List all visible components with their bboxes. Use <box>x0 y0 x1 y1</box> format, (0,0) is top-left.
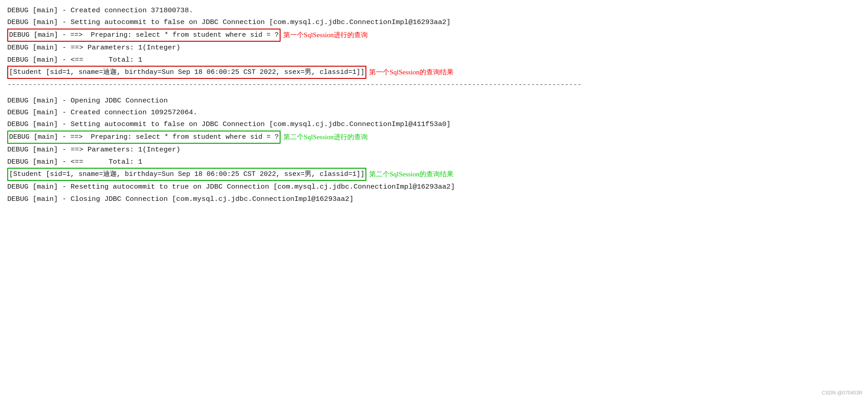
log-text-15: DEBUG [main] - Resetting autocommit to t… <box>7 181 455 193</box>
log-line-13: DEBUG [main] - <== Total: 1 <box>7 156 861 168</box>
log-line-5: [Student [sid=1, sname=迪迦, birthday=Sun … <box>7 66 861 79</box>
log-line-6: ----------------------------------------… <box>7 79 861 91</box>
boxed-red-text-2: DEBUG [main] - ==> Preparing: select * f… <box>7 29 281 42</box>
log-line-12: DEBUG [main] - ==> Parameters: 1(Integer… <box>7 144 861 156</box>
annotation-red-5: 第一个SqlSession的查询结果 <box>369 67 454 78</box>
log-line-7 <box>7 91 861 95</box>
log-line-4: DEBUG [main] - <== Total: 1 <box>7 54 861 66</box>
watermark: CSDN @070403R <box>822 390 863 395</box>
log-line-3: DEBUG [main] - ==> Parameters: 1(Integer… <box>7 42 861 54</box>
log-text-10: DEBUG [main] - Setting autocommit to fal… <box>7 118 451 130</box>
log-line-15: DEBUG [main] - Resetting autocommit to t… <box>7 181 861 193</box>
log-line-2: DEBUG [main] - ==> Preparing: select * f… <box>7 29 861 42</box>
boxed-green-text-14: [Student [sid=1, sname=迪迦, birthday=Sun … <box>7 168 366 181</box>
log-line-1: DEBUG [main] - Setting autocommit to fal… <box>7 16 861 28</box>
log-line-9: DEBUG [main] - Created connection 109257… <box>7 107 861 118</box>
log-line-14: [Student [sid=1, sname=迪迦, birthday=Sun … <box>7 168 861 181</box>
log-text-1: DEBUG [main] - Setting autocommit to fal… <box>7 16 451 28</box>
boxed-green-text-11: DEBUG [main] - ==> Preparing: select * f… <box>7 131 281 144</box>
log-line-10: DEBUG [main] - Setting autocommit to fal… <box>7 118 861 130</box>
boxed-red-text-5: [Student [sid=1, sname=迪迦, birthday=Sun … <box>7 66 366 79</box>
annotation-green-14: 第二个SqlSession的查询结果 <box>369 169 454 180</box>
log-line-8: DEBUG [main] - Opening JDBC Connection <box>7 95 861 107</box>
log-line-11: DEBUG [main] - ==> Preparing: select * f… <box>7 131 861 144</box>
log-text-0: DEBUG [main] - Created connection 371800… <box>7 5 193 16</box>
log-line-16: DEBUG [main] - Closing JDBC Connection [… <box>7 193 861 205</box>
annotation-green-11: 第二个SqlSession进行的查询 <box>283 131 368 143</box>
annotation-red-2: 第一个SqlSession进行的查询 <box>283 29 368 41</box>
log-text-9: DEBUG [main] - Created connection 109257… <box>7 107 197 118</box>
log-text-13: DEBUG [main] - <== Total: 1 <box>7 156 143 168</box>
log-text-3: DEBUG [main] - ==> Parameters: 1(Integer… <box>7 42 180 54</box>
log-text-12: DEBUG [main] - ==> Parameters: 1(Integer… <box>7 144 180 156</box>
log-text-8: DEBUG [main] - Opening JDBC Connection <box>7 95 168 107</box>
log-text-4: DEBUG [main] - <== Total: 1 <box>7 54 143 66</box>
log-text-16: DEBUG [main] - Closing JDBC Connection [… <box>7 193 354 205</box>
log-container: DEBUG [main] - Created connection 371800… <box>7 5 861 205</box>
log-line-0: DEBUG [main] - Created connection 371800… <box>7 5 861 16</box>
